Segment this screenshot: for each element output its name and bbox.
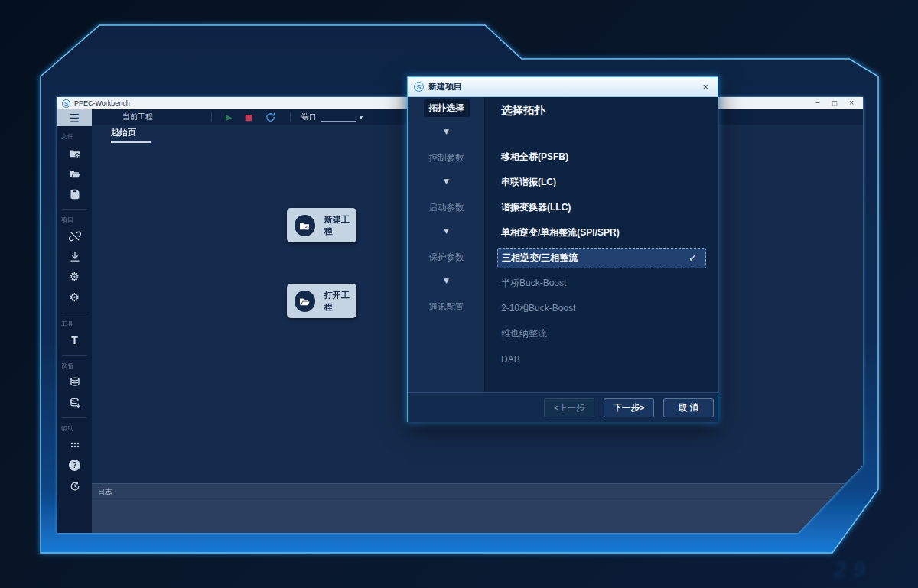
sidebar: ☰ 文件 xyxy=(57,109,92,533)
device-write-button[interactable] xyxy=(57,392,92,413)
link-off-icon xyxy=(69,230,81,242)
tab-start-page[interactable]: 起始页 xyxy=(111,127,151,143)
list-item-lc[interactable]: 串联谐振(LC) xyxy=(485,170,718,195)
window-title: PPEC-Workbench xyxy=(74,99,130,107)
gear-bolt-icon: ⚙ xyxy=(70,271,80,283)
caret-down-icon[interactable]: ▾ xyxy=(360,114,363,121)
list-item-psfb[interactable]: 移相全桥(PSFB) xyxy=(485,145,718,170)
step-arrow-icon: ▼ xyxy=(408,177,485,185)
step-control-params[interactable]: 控制参数 xyxy=(408,148,485,167)
debug-settings-button[interactable]: ⚙ xyxy=(57,267,92,288)
new-project-button[interactable] xyxy=(57,142,92,163)
check-update-button[interactable] xyxy=(57,476,92,496)
current-project-label: 当前工程 xyxy=(122,112,153,122)
maximize-icon[interactable]: □ xyxy=(832,97,837,109)
list-item-three-phase-selected[interactable]: 三相逆变/三相整流 ✓ xyxy=(497,248,706,268)
list-item-llc[interactable]: 谐振变换器(LLC) xyxy=(485,195,718,220)
panel-title: 选择拓扑 xyxy=(501,103,545,118)
history-icon xyxy=(69,480,81,492)
list-item-dab[interactable]: DAB xyxy=(485,346,718,372)
step-comm-config[interactable]: 通讯配置 xyxy=(408,297,485,316)
open-project-card-button[interactable]: 打开工程 xyxy=(287,284,356,318)
disconnect-button[interactable] xyxy=(57,226,92,246)
desktop-background: 29 S PPEC-Workbench − □ × ☰ 文件 xyxy=(0,0,918,588)
sidebar-divider xyxy=(62,313,87,313)
save-icon xyxy=(69,188,81,200)
step-arrow-icon: ▼ xyxy=(408,128,485,135)
new-project-label: 新建工程 xyxy=(324,214,356,237)
download-button[interactable] xyxy=(57,246,92,267)
sidebar-section-device: 设备 xyxy=(57,362,73,370)
tab-label: 起始页 xyxy=(111,127,151,138)
app-logo-icon: S xyxy=(414,82,424,92)
list-item-multiphase-buckboost[interactable]: 2-10相Buck-Boost xyxy=(485,296,718,321)
step-protection-params[interactable]: 保护参数 xyxy=(408,248,485,266)
background-glyph: 29 xyxy=(834,557,871,583)
text-tool-icon: T xyxy=(71,334,78,346)
checkmark-icon: ✓ xyxy=(688,252,705,264)
menu-icon[interactable]: ☰ xyxy=(57,109,92,126)
list-item-vienna[interactable]: 维也纳整流 xyxy=(485,321,718,346)
open-project-label: 打开工程 xyxy=(324,290,356,313)
settings-button[interactable]: ⚙ xyxy=(57,288,92,308)
help-icon: ? xyxy=(69,460,80,471)
close-icon[interactable]: × xyxy=(849,97,854,109)
toolbar-divider xyxy=(290,112,291,122)
folder-plus-icon xyxy=(69,147,81,159)
app-logo-icon: S xyxy=(62,99,70,108)
folder-open-icon xyxy=(298,295,311,307)
refresh-button[interactable] xyxy=(265,112,276,123)
log-panel: 日志 xyxy=(92,483,863,533)
apps-grid-icon xyxy=(69,439,81,451)
folder-open-badge xyxy=(295,291,315,312)
save-button[interactable] xyxy=(57,184,92,204)
step-topology[interactable]: 拓扑选择 xyxy=(408,99,485,117)
port-select[interactable] xyxy=(321,112,356,122)
step-arrow-icon: ▼ xyxy=(408,277,485,284)
log-divider xyxy=(92,499,863,499)
dialog-close-icon[interactable]: × xyxy=(699,81,711,93)
port-label: 端口 xyxy=(301,112,317,122)
topology-list: 移相全桥(PSFB) 串联谐振(LC) 谐振变换器(LLC) 单相逆变/单相整流… xyxy=(485,145,718,372)
text-tool-button[interactable]: T xyxy=(57,330,92,350)
sidebar-section-files: 文件 xyxy=(57,132,73,141)
topology-panel: 选择拓扑 移相全桥(PSFB) 串联谐振(LC) 谐振变换器(LLC) 单相逆变… xyxy=(485,97,718,392)
dialog-footer: <上一步 下一步> 取 消 xyxy=(408,392,718,422)
step-startup-params[interactable]: 启动参数 xyxy=(408,198,485,216)
log-label: 日志 xyxy=(92,484,863,499)
wizard-steps: 拓扑选择 ▼ 控制参数 ▼ 启动参数 ▼ 保护参数 ▼ 通讯配置 xyxy=(408,97,485,392)
dialog-titlebar: S 新建项目 × xyxy=(408,77,718,97)
apps-button[interactable] xyxy=(57,434,92,455)
list-item-halfbridge-buckboost[interactable]: 半桥Buck-Boost xyxy=(485,271,718,296)
help-button[interactable]: ? xyxy=(57,455,92,476)
open-project-button[interactable] xyxy=(57,163,92,184)
tab-underline xyxy=(111,141,151,143)
list-item-spi-spr[interactable]: 单相逆变/单相整流(SPI/SPR) xyxy=(485,220,718,245)
new-project-card-button[interactable]: 新建工程 xyxy=(287,208,356,242)
sidebar-divider xyxy=(62,355,87,356)
next-step-button[interactable]: 下一步> xyxy=(604,398,654,417)
toolbar-divider xyxy=(211,112,212,122)
cancel-button[interactable]: 取 消 xyxy=(663,398,714,417)
sidebar-divider xyxy=(62,209,87,210)
database-write-icon xyxy=(69,397,81,409)
refresh-icon xyxy=(265,112,276,123)
new-project-dialog: S 新建项目 × 拓扑选择 ▼ 控制参数 ▼ 启动参数 ▼ 保护参数 xyxy=(407,76,718,422)
sidebar-section-project: 项目 xyxy=(57,216,73,224)
stop-button[interactable]: ■ xyxy=(244,112,252,122)
sidebar-section-help: 帮助 xyxy=(57,424,73,433)
download-icon xyxy=(69,251,81,263)
device-stack-button[interactable] xyxy=(57,372,92,392)
minimize-icon[interactable]: − xyxy=(815,97,820,109)
folder-open-icon xyxy=(69,167,81,180)
gear-icon: ⚙ xyxy=(70,292,80,304)
prev-step-button[interactable]: <上一步 xyxy=(544,398,594,417)
database-icon xyxy=(69,376,81,388)
folder-plus-badge xyxy=(295,215,315,236)
run-button[interactable]: ▶ xyxy=(226,112,232,122)
folder-plus-icon xyxy=(298,219,311,232)
sidebar-section-tools: 工具 xyxy=(57,320,73,328)
dialog-title: 新建项目 xyxy=(428,81,462,93)
step-arrow-icon: ▼ xyxy=(408,227,485,235)
sidebar-divider xyxy=(62,417,87,418)
